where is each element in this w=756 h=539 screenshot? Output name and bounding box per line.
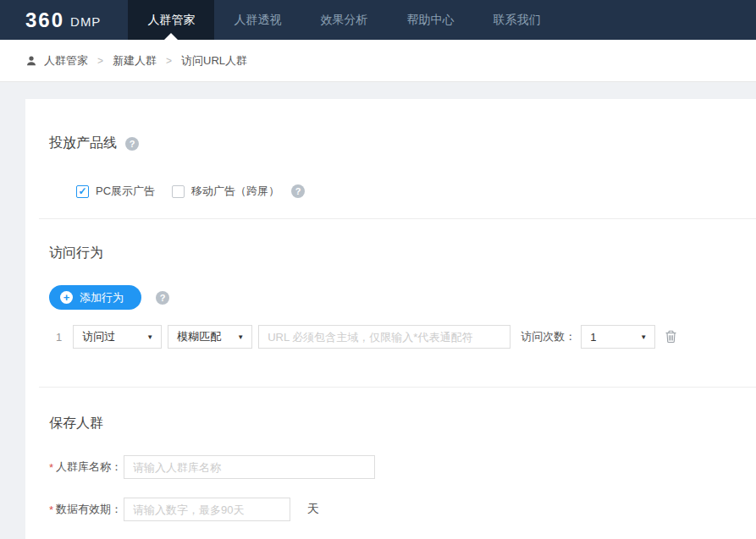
data-validity-field: * 数据有效期： 天 — [49, 498, 756, 521]
audience-name-input[interactable] — [124, 455, 375, 479]
section-title-save-audience: 保存人群 — [25, 415, 756, 432]
visit-count-select[interactable]: 1 ▼ — [581, 325, 655, 349]
nav-item-contact-us[interactable]: 联系我们 — [473, 0, 560, 40]
chevron-down-icon: ▼ — [237, 333, 244, 341]
help-icon[interactable]: ? — [125, 137, 139, 151]
checkbox-pc-display-ads[interactable]: PC展示广告 — [76, 184, 155, 199]
top-navbar: 360 DMP 人群管家 人群透视 效果分析 帮助中心 联系我们 — [0, 0, 756, 40]
nav-item-label: 人群管家 — [147, 13, 195, 28]
days-unit-label: 天 — [307, 502, 319, 517]
section-divider — [39, 387, 756, 388]
trash-icon — [665, 330, 677, 344]
checkbox-box[interactable] — [76, 185, 89, 198]
nav-item-label: 帮助中心 — [406, 13, 454, 28]
section-divider — [39, 218, 756, 219]
person-icon — [25, 55, 37, 67]
brand-logo[interactable]: 360 DMP — [25, 0, 101, 40]
checkbox-label: 移动广告（跨屏） — [191, 184, 279, 199]
brand-logo-dmp: DMP — [70, 13, 101, 28]
nav-item-effect-analysis[interactable]: 效果分析 — [301, 0, 387, 40]
brand-logo-360: 360 — [25, 10, 64, 30]
checkbox-box[interactable] — [172, 185, 185, 198]
visit-count-label: 访问次数： — [521, 329, 576, 344]
breadcrumb-item-new-audience[interactable]: 新建人群 — [113, 53, 157, 69]
match-type-select[interactable]: 模糊匹配 ▼ — [168, 325, 252, 349]
breadcrumb: 人群管家 > 新建人群 > 访问URL人群 — [0, 40, 756, 82]
nav-item-audience-insight[interactable]: 人群透视 — [214, 0, 301, 40]
nav-item-label: 效果分析 — [320, 13, 367, 28]
add-behavior-button[interactable]: + 添加行为 — [49, 285, 141, 310]
breadcrumb-item-audience-manager[interactable]: 人群管家 — [44, 53, 88, 69]
page-background: 投放产品线 ? PC展示广告 移动广告（跨屏） ? 访问行为 + 添加行为 ? — [0, 99, 756, 539]
plus-icon: + — [60, 291, 73, 304]
behavior-rule-row: 1 访问过 ▼ 模糊匹配 ▼ 访问次数： 1 ▼ — [56, 325, 756, 349]
content-card: 投放产品线 ? PC展示广告 移动广告（跨屏） ? 访问行为 + 添加行为 ? — [25, 99, 756, 539]
checkbox-mobile-ads[interactable]: 移动广告（跨屏） — [172, 184, 279, 199]
action-select[interactable]: 访问过 ▼ — [73, 325, 162, 349]
breadcrumb-separator: > — [166, 55, 172, 67]
section-title-visit-behavior: 访问行为 — [25, 245, 756, 262]
help-icon[interactable]: ? — [156, 291, 169, 305]
section-title-product-line: 投放产品线 ? — [25, 135, 756, 152]
nav-menu: 人群管家 人群透视 效果分析 帮助中心 联系我们 — [128, 0, 560, 40]
url-input[interactable] — [258, 325, 510, 349]
nav-item-label: 人群透视 — [234, 13, 281, 28]
add-behavior-row: + 添加行为 ? — [49, 285, 756, 310]
chevron-down-icon: ▼ — [146, 333, 153, 341]
chevron-down-icon: ▼ — [640, 333, 647, 341]
section-title-text: 保存人群 — [49, 415, 103, 432]
required-asterisk: * — [49, 503, 53, 516]
field-label-text: 数据有效期： — [56, 502, 122, 517]
field-label-text: 人群库名称： — [56, 459, 122, 475]
breadcrumb-separator: > — [97, 55, 103, 67]
section-title-text: 投放产品线 — [49, 135, 117, 152]
field-label: * 人群库名称： — [49, 459, 124, 475]
field-label: * 数据有效期： — [49, 502, 124, 517]
product-line-options: PC展示广告 移动广告（跨屏） ? — [76, 184, 756, 199]
row-index: 1 — [56, 331, 62, 344]
required-asterisk: * — [49, 461, 53, 474]
nav-item-label: 联系我们 — [493, 13, 540, 28]
audience-name-field: * 人群库名称： — [49, 455, 756, 479]
visit-count-select-value: 1 — [590, 331, 596, 344]
add-behavior-label: 添加行为 — [80, 290, 124, 305]
help-icon[interactable]: ? — [291, 184, 305, 198]
breadcrumb-item-visit-url-audience: 访问URL人群 — [181, 53, 247, 69]
delete-row-button[interactable] — [665, 330, 677, 344]
nav-item-audience-manager[interactable]: 人群管家 — [128, 0, 214, 40]
action-select-value: 访问过 — [82, 329, 115, 344]
data-validity-input[interactable] — [124, 498, 290, 521]
checkbox-label: PC展示广告 — [96, 184, 155, 199]
section-title-text: 访问行为 — [49, 245, 103, 262]
nav-item-help-center[interactable]: 帮助中心 — [387, 0, 473, 40]
match-type-select-value: 模糊匹配 — [177, 329, 221, 344]
